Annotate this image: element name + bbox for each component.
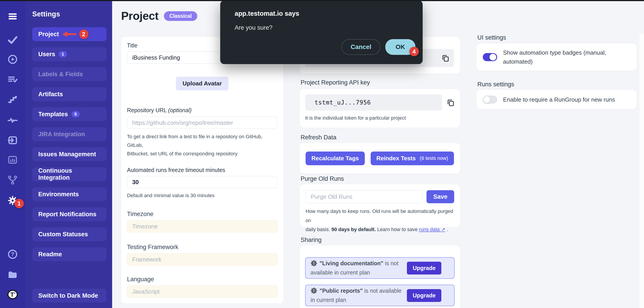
dark-mode-toggle-button[interactable]: Switch to Dark Mode [32,289,106,303]
copy-icon[interactable] [441,54,450,62]
reindex-tests-label: Reindex Tests [376,155,416,162]
timezone-label: Timezone [127,211,278,218]
reindex-tests-note: (6 tests now) [420,155,448,161]
refresh-data-heading: Refresh Data [300,134,336,141]
sidebar-item-custom-statuses[interactable]: Custom Statuses [32,227,106,241]
reports-chart-icon[interactable] [7,154,18,165]
settings-sidebar: Settings Project 2 Users 1 Labels & Fiel… [26,1,112,308]
reporting-api-key-field: tstmt_uJ...7956 [305,94,442,111]
annotation-arrow-left-icon [62,31,76,37]
sidebar-item-label: Custom Statuses [38,231,88,238]
repository-url-helper: To get a direct link from a test to file… [127,133,278,158]
sidebar-item-label: Readme [38,251,62,258]
public-reports-plan-notice: ! "Public reports" is not available in c… [305,285,455,306]
analytics-pulse-icon[interactable] [7,114,18,126]
ui-settings-heading: UI settings [477,34,506,41]
svg-text:!: ! [313,261,314,265]
upgrade-button[interactable]: Upgrade [407,262,441,275]
sidebar-item-readme[interactable]: Readme [32,247,106,261]
plan-seal-icon: ! [310,287,317,296]
sidebar-item-label: Users [38,51,55,58]
sidebar-item-issues-management[interactable]: Issues Management [32,147,106,161]
ui-settings-card: Show automation type badges (manual, aut… [476,44,636,71]
timezone-input[interactable] [127,220,278,232]
language-input[interactable] [127,286,278,298]
upgrade-button[interactable]: Upgrade [407,289,441,302]
runs-play-icon[interactable] [7,54,18,65]
runs-settings-card: Enable to require a RunGroup for new run… [476,90,636,109]
sidebar-item-users[interactable]: Users 1 [32,47,106,61]
cancel-button[interactable]: Cancel [342,39,380,55]
settings-heading: Settings [32,10,106,18]
repository-url-input[interactable] [127,117,278,129]
upgrade-label: Upgrade [413,265,436,271]
automation-badges-label: Show automation type badges (manual, aut… [503,48,620,66]
sharing-heading: Sharing [300,237,322,243]
runs-data-link[interactable]: runs data ↗ [419,227,445,232]
pipelines-steps-icon[interactable] [7,94,18,105]
menu-icon[interactable] [7,11,18,22]
reporting-api-key-heading: Project Reporting API key [300,79,370,86]
require-rungroup-toggle[interactable] [483,96,497,104]
tests-check-icon[interactable] [7,34,18,45]
automation-badges-toggle[interactable] [483,53,497,61]
sidebar-item-label: Artifacts [38,91,63,98]
scrollbar-track[interactable] [639,34,644,308]
framework-input[interactable] [127,253,278,266]
branches-icon[interactable] [7,174,18,186]
sidebar-item-label: Report Notifications [38,211,96,218]
reporting-api-key-value: tstmt_uJ...7956 [314,99,371,106]
external-link-icon: ↗ [441,227,445,232]
users-count-badge: 1 [59,51,67,57]
save-label: Save [433,193,448,200]
copy-icon[interactable] [446,99,455,107]
plan-notice-text: ! "Living documentation" is not availabl… [310,259,403,277]
language-label: Language [127,276,278,283]
reindex-tests-button[interactable]: Reindex Tests (6 tests now) [371,152,454,165]
plan-notice-text: ! "Public reports" is not available in c… [310,287,403,304]
purge-helper: How many days to keep runs. Old runs wil… [306,207,454,234]
sidebar-item-label: Labels & Fields [38,71,83,78]
annotation-badge-4: 4 [409,47,419,56]
project-form-card: Title Upload Avatar Repository URL (opti… [121,37,283,304]
refresh-data-card: Recalculate Tags Reindex Tests (6 tests … [300,143,460,173]
framework-label: Testing Framework [127,244,278,251]
reporting-api-key-card: tstmt_uJ...7956 It is the individual tok… [300,89,460,128]
sidebar-item-labels-fields[interactable]: Labels & Fields [32,67,106,81]
save-button[interactable]: Save [426,190,454,203]
plan-seal-icon: ! [310,260,317,269]
projects-folder-icon[interactable] [7,269,18,280]
recalculate-tags-button[interactable]: Recalculate Tags [306,152,365,165]
dark-mode-label: Switch to Dark Mode [38,292,98,299]
purge-old-runs-card: Save How many days to keep runs. Old run… [300,184,460,227]
dialog-message: Are you sure? [235,24,272,31]
icon-rail: 1 ? T [0,0,26,308]
sidebar-item-project[interactable]: Project 2 [32,27,106,41]
sidebar-item-continuous-integration[interactable]: Continuous Integration [32,167,106,181]
sidebar-item-label: Continuous Integration [38,167,102,181]
timeout-input[interactable] [127,176,278,188]
test-plans-icon[interactable] [7,74,18,85]
purge-days-input[interactable] [306,190,422,203]
help-icon[interactable]: ? [7,249,18,260]
page-title: Project [121,9,158,22]
upload-avatar-button[interactable]: Upload Avatar [176,77,228,90]
import-icon[interactable] [7,135,18,146]
sidebar-item-label: Templates [38,111,68,118]
sidebar-item-report-notifications[interactable]: Report Notifications [32,207,106,221]
templates-count-badge: 5 [72,111,80,117]
browser-top-edge [0,0,644,1]
sidebar-item-artifacts[interactable]: Artifacts [32,87,106,101]
dialog-source: app.testomat.io says [235,10,299,17]
page-header: Project Classical [121,9,197,22]
testomat-logo[interactable]: T [7,289,18,300]
settings-nav-list: Project 2 Users 1 Labels & Fields Artifa… [32,27,106,261]
sidebar-item-environments[interactable]: Environments [32,187,106,201]
upgrade-label: Upgrade [413,292,436,299]
sidebar-item-label: Issues Management [38,151,96,158]
sidebar-item-label: JIRA Integration [38,131,85,138]
recalculate-tags-label: Recalculate Tags [312,155,359,162]
classical-badge: Classical [164,11,197,21]
sidebar-item-templates[interactable]: Templates 5 [32,107,106,121]
sidebar-item-jira-integration[interactable]: JIRA Integration [32,127,106,141]
